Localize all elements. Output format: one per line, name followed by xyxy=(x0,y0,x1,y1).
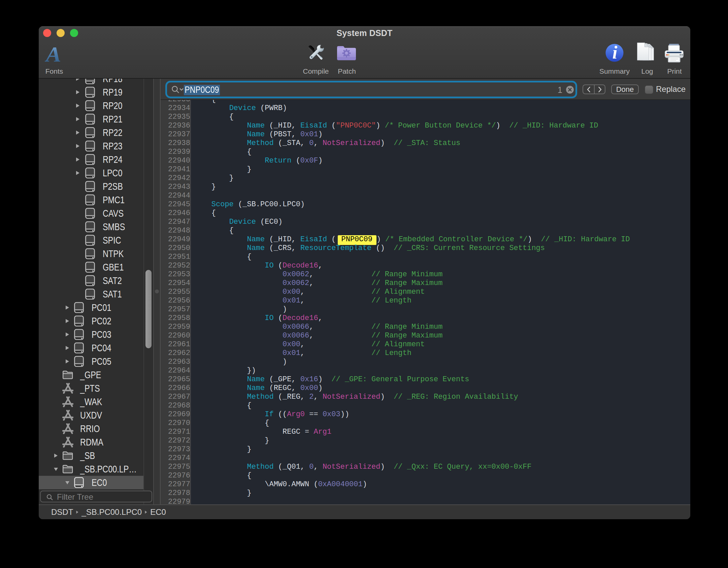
svg-text:A: A xyxy=(45,42,61,63)
svg-text:i: i xyxy=(612,43,617,62)
